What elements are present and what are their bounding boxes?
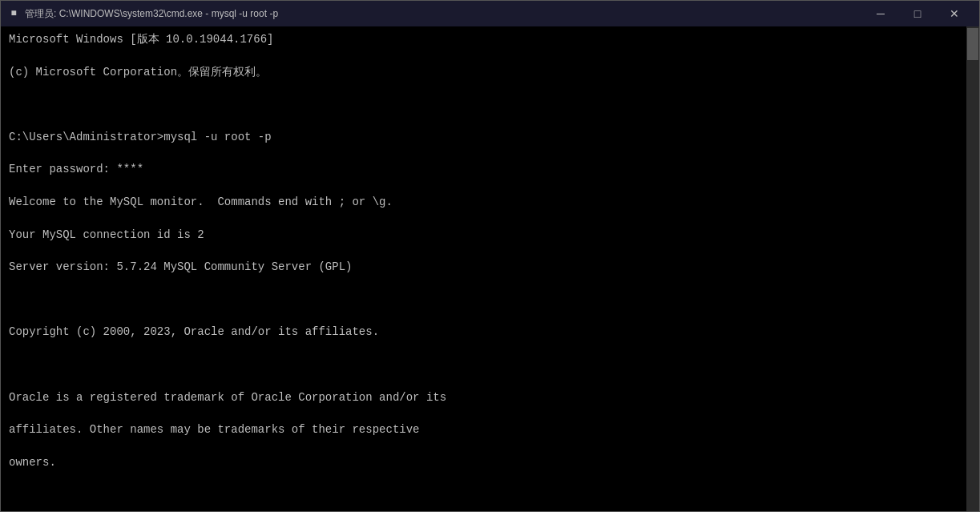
console-output[interactable]: Microsoft Windows [版本 10.0.19044.1766](c… <box>1 26 966 511</box>
window-controls: ─ □ ✕ <box>862 1 973 26</box>
console-line: C:\Users\Administrator>mysql -u root -p <box>9 129 958 145</box>
console-line <box>9 96 958 112</box>
console-area: Microsoft Windows [版本 10.0.19044.1766](c… <box>1 26 979 511</box>
scrollbar[interactable] <box>966 26 979 511</box>
window-title: 管理员: C:\WINDOWS\system32\cmd.exe - mysql… <box>25 7 857 21</box>
maximize-button[interactable]: □ <box>899 1 936 26</box>
console-line: (c) Microsoft Corporation。保留所有权利。 <box>9 64 958 80</box>
console-line: Microsoft Windows [版本 10.0.19044.1766] <box>9 31 958 47</box>
scrollbar-thumb[interactable] <box>967 28 978 60</box>
console-line: Enter password: **** <box>9 161 958 177</box>
console-line <box>9 486 958 502</box>
close-button[interactable]: ✕ <box>936 1 973 26</box>
console-line: owners. <box>9 454 958 470</box>
console-line <box>9 357 958 373</box>
console-line: Oracle is a registered trademark of Orac… <box>9 389 958 405</box>
minimize-button[interactable]: ─ <box>862 1 899 26</box>
window-icon: ■ <box>7 7 20 20</box>
console-line: Server version: 5.7.24 MySQL Community S… <box>9 259 958 275</box>
console-line: Your MySQL connection id is 2 <box>9 227 958 243</box>
cmd-window: ■ 管理员: C:\WINDOWS\system32\cmd.exe - mys… <box>0 0 980 512</box>
console-line: Copyright (c) 2000, 2023, Oracle and/or … <box>9 324 958 340</box>
titlebar: ■ 管理员: C:\WINDOWS\system32\cmd.exe - mys… <box>1 1 979 26</box>
console-line: Welcome to the MySQL monitor. Commands e… <box>9 194 958 210</box>
console-line: affiliates. Other names may be trademark… <box>9 421 958 437</box>
console-line <box>9 292 958 308</box>
